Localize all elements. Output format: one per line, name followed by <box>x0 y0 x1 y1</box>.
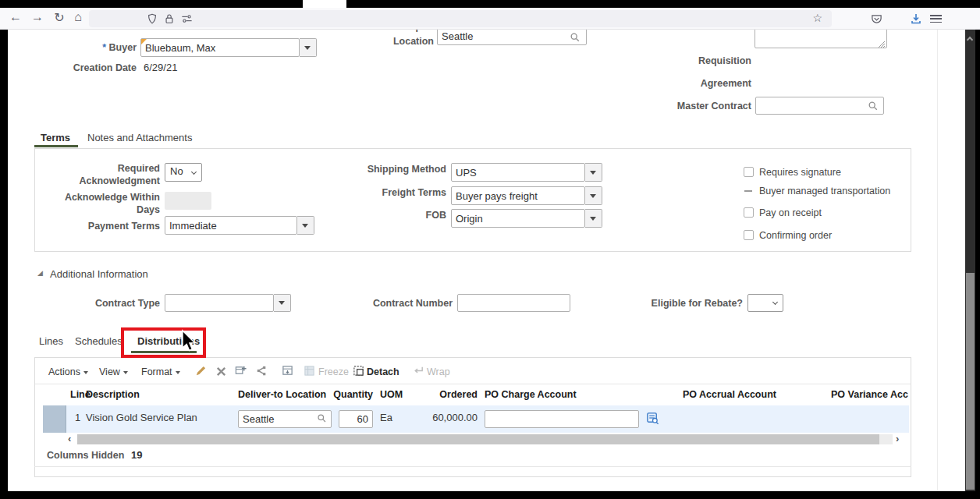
pay-on-receipt-label: Pay on receipt <box>759 207 822 218</box>
cell-uom: Ea <box>380 412 392 423</box>
detach-icon[interactable] <box>353 365 364 377</box>
agreement-label: Agreement <box>655 77 751 90</box>
fob-input[interactable] <box>451 209 585 228</box>
url-bar[interactable]: ☆ <box>89 10 832 27</box>
buyer-dropdown-button[interactable] <box>300 38 317 57</box>
share-icon[interactable] <box>255 365 267 377</box>
contract-number-label: Contract Number <box>359 297 453 310</box>
pay-on-receipt-checkbox[interactable] <box>744 207 754 218</box>
col-header-uom[interactable]: UOM <box>380 389 403 400</box>
panel-bottom-divider <box>34 466 911 467</box>
cell-ordered: 60,000.00 <box>421 412 478 423</box>
tab-schedules[interactable]: Schedules <box>75 335 123 347</box>
delete-x-icon[interactable] <box>215 366 227 377</box>
wrap-icon <box>413 365 424 377</box>
col-header-deliver-to-location[interactable]: Deliver-to Location <box>238 389 326 400</box>
freight-terms-label: Freight Terms <box>353 186 446 199</box>
resize-grip-icon[interactable] <box>877 40 886 48</box>
search-icon[interactable] <box>570 32 581 43</box>
payment-terms-label: Payment Terms <box>66 220 160 232</box>
buyer-label: * Buyer <box>47 41 137 54</box>
col-header-ordered[interactable]: Ordered <box>429 389 478 400</box>
window-frame-bottom <box>0 491 980 499</box>
acknowledge-within-days-label: Acknowledge Within Days <box>63 191 160 216</box>
tab-notes-attachments[interactable]: Notes and Attachments <box>87 132 192 143</box>
toolbar-divider <box>35 384 911 384</box>
cell-po-charge-account-input[interactable] <box>485 410 639 428</box>
freight-terms-input[interactable] <box>451 186 585 205</box>
reload-icon[interactable]: ↻ <box>50 10 69 25</box>
mouse-cursor <box>178 329 198 354</box>
shipping-method-label: Shipping Method <box>353 163 446 175</box>
account-picker-icon[interactable] <box>646 412 659 425</box>
freight-terms-dropdown-button[interactable] <box>585 186 602 205</box>
cell-quantity-input[interactable] <box>339 410 373 428</box>
col-header-po-accrual-account[interactable]: PO Accrual Account <box>683 389 776 400</box>
col-header-po-variance-account[interactable]: PO Variance Acc <box>831 389 909 400</box>
shipping-method-input[interactable] <box>451 163 585 182</box>
row-selector-cell[interactable] <box>43 405 66 433</box>
required-acknowledgment-select[interactable]: No <box>165 163 202 182</box>
browser-toolbar: ← → ↻ ⌂ ☆ <box>0 8 980 30</box>
hscroll-right-arrow[interactable]: › <box>896 433 899 444</box>
eligible-rebate-label: Eligible for Rebate? <box>640 297 743 310</box>
payment-terms-dropdown-button[interactable] <box>297 216 314 235</box>
cell-description: Vision Gold Service Plan <box>86 412 197 423</box>
lock-icon[interactable] <box>164 13 175 24</box>
creation-date-label: Creation Date <box>47 62 137 74</box>
wrap-button: Wrap <box>427 366 450 377</box>
contract-type-dropdown-button[interactable] <box>274 294 291 312</box>
select-column-icon[interactable] <box>282 365 293 377</box>
requires-signature-checkbox[interactable] <box>744 167 754 177</box>
confirming-order-checkbox[interactable] <box>744 230 754 240</box>
fob-label: FOB <box>353 209 446 221</box>
hscroll-left-arrow[interactable]: ‹ <box>68 433 71 444</box>
permissions-icon[interactable] <box>181 13 193 24</box>
shield-icon[interactable] <box>147 13 158 24</box>
fob-dropdown-button[interactable] <box>585 209 602 228</box>
col-header-quantity[interactable]: Quantity <box>320 389 373 400</box>
home-icon[interactable]: ⌂ <box>69 10 87 24</box>
search-icon[interactable] <box>868 101 879 111</box>
menu-icon[interactable] <box>930 15 942 23</box>
format-menu[interactable]: Format <box>141 366 180 377</box>
vscroll-thumb[interactable] <box>966 273 975 490</box>
cell-line: 1 <box>75 412 80 423</box>
contract-type-input[interactable] <box>165 294 274 312</box>
contract-number-input[interactable] <box>457 294 570 312</box>
payment-terms-input[interactable] <box>165 216 297 235</box>
detach-button[interactable]: Detach <box>367 366 399 377</box>
tab-terms[interactable]: Terms <box>41 132 70 143</box>
edit-pencil-icon[interactable] <box>195 365 207 377</box>
search-icon[interactable] <box>317 413 327 423</box>
screenshot-root: ← → ↻ ⌂ ☆ <box>0 0 980 499</box>
master-contract-input[interactable] <box>755 97 884 115</box>
buyer-input[interactable] <box>140 38 300 57</box>
required-marker: * <box>102 42 106 53</box>
back-icon[interactable]: ← <box>6 10 25 24</box>
col-header-description[interactable]: Description <box>86 389 140 400</box>
actions-menu[interactable]: Actions <box>48 366 88 377</box>
freeze-button: Freeze <box>318 366 349 377</box>
hscroll-thumb[interactable] <box>77 434 879 444</box>
bookmark-star-icon[interactable]: ☆ <box>812 12 822 24</box>
horizontal-scrollbar[interactable] <box>77 434 893 444</box>
insert-row-icon[interactable] <box>235 365 247 377</box>
col-header-po-charge-account[interactable]: PO Charge Account <box>485 389 577 400</box>
forward-icon[interactable]: → <box>28 10 47 24</box>
additional-information-label: Additional Information <box>50 268 148 280</box>
buyer-managed-dash-icon <box>744 190 752 192</box>
pocket-icon[interactable] <box>871 13 882 25</box>
contract-type-label: Contract Type <box>66 297 160 310</box>
freeze-icon <box>304 365 315 377</box>
content-divider-line <box>937 30 938 491</box>
download-icon[interactable] <box>910 12 922 25</box>
tab-lines[interactable]: Lines <box>39 335 63 347</box>
view-menu[interactable]: View <box>99 366 128 377</box>
collapse-triangle-icon[interactable]: ◢ <box>37 269 43 277</box>
shipping-method-dropdown-button[interactable] <box>585 163 602 182</box>
required-acknowledgment-label: Required Acknowledgment <box>66 162 160 187</box>
confirming-order-label: Confirming order <box>759 230 832 241</box>
eligible-rebate-select[interactable] <box>747 294 783 312</box>
requisition-label: Requisition <box>655 55 751 67</box>
